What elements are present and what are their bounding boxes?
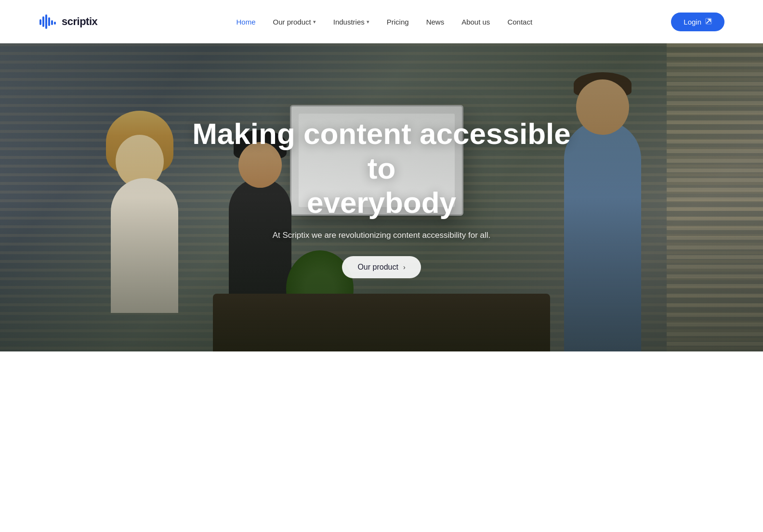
nav-item-about-us[interactable]: About us [461,18,490,26]
nav-label-our-product: Our product [273,18,311,26]
nav-label-contact: Contact [507,18,532,26]
nav-item-industries[interactable]: Industries▾ [333,18,369,26]
chevron-down-icon: ▾ [367,19,369,25]
nav-label-about-us: About us [461,18,490,26]
below-hero-section [0,351,763,472]
hero-section: Making content accessible to everybody A… [0,43,763,351]
nav-item-contact[interactable]: Contact [507,18,532,26]
external-link-icon [705,18,712,26]
nav-label-pricing: Pricing [387,18,409,26]
svg-rect-5 [54,22,56,25]
nav-item-pricing[interactable]: Pricing [387,18,409,26]
cta-arrow-icon: › [403,263,406,271]
nav-label-industries: Industries [333,18,365,26]
nav-item-news[interactable]: News [426,18,445,26]
svg-rect-2 [45,14,47,29]
hero-content: Making content accessible to everybody A… [0,43,763,351]
logo-text: scriptix [62,15,97,28]
site-header: scriptix HomeOur product▾Industries▾Pric… [0,0,763,43]
main-nav: HomeOur product▾Industries▾PricingNewsAb… [237,18,533,26]
hero-subtitle: At Scriptix we are revolutionizing conte… [273,229,491,242]
svg-rect-4 [51,20,53,25]
svg-rect-1 [42,16,44,27]
logo-icon [39,13,57,31]
svg-rect-3 [48,17,50,26]
nav-label-news: News [426,18,445,26]
login-button[interactable]: Login [671,13,724,31]
login-label: Login [684,18,701,26]
hero-cta-label: Our product [357,263,398,272]
hero-title: Making content accessible to everybody [189,117,574,220]
hero-cta-button[interactable]: Our product › [342,256,421,278]
nav-label-home: Home [237,18,256,26]
logo-link[interactable]: scriptix [39,13,97,31]
chevron-down-icon: ▾ [313,19,316,25]
nav-item-our-product[interactable]: Our product▾ [273,18,316,26]
nav-item-home[interactable]: Home [237,18,256,26]
svg-rect-0 [39,19,41,25]
